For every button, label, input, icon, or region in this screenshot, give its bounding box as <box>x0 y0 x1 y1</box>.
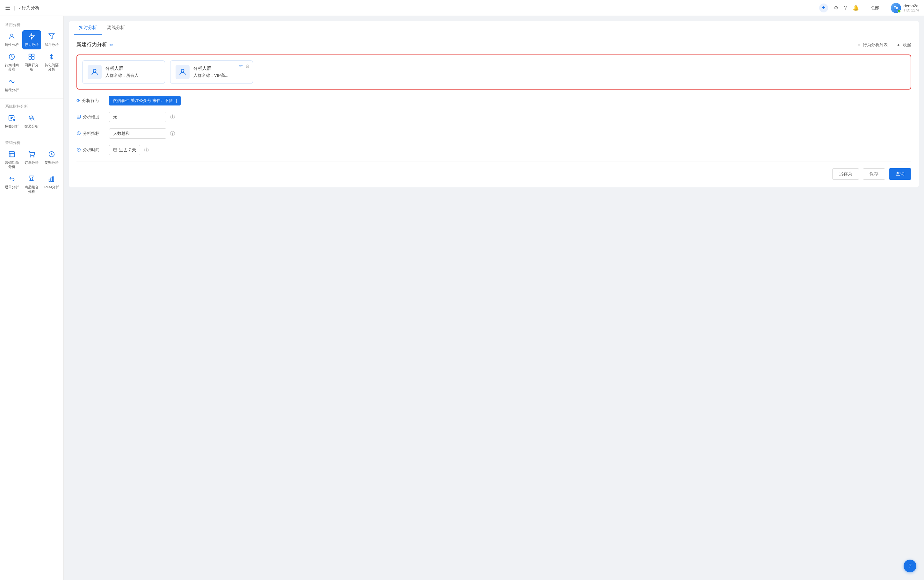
sidebar-grid-system: 标签分析 交叉分析 <box>0 110 63 132</box>
time-behavior-icon <box>8 53 15 62</box>
metric-row: 分析指标 人数总和 ⓘ <box>76 129 911 138</box>
sidebar-item-cross[interactable]: 交叉分析 <box>22 112 41 131</box>
svg-rect-6 <box>32 57 34 59</box>
header: ☰ | ‹ 行为分析 + ⚙ ? 🔔 总部 Ea demo2a TID: 117… <box>0 0 924 16</box>
tab-realtime[interactable]: 实时分析 <box>74 21 102 35</box>
svg-point-19 <box>181 69 184 72</box>
svg-point-12 <box>31 157 31 157</box>
dimension-input[interactable]: 无 <box>109 112 166 122</box>
time-behavior-label: 行为时间分布 <box>4 63 20 71</box>
sidebar-divider-2 <box>0 135 63 135</box>
people-group-name-2: 人群名称：VIP高... <box>193 72 229 78</box>
main-layout: 常用分析 属性分析 行为分析 漏斗分析 <box>0 16 924 580</box>
back-button[interactable]: ‹ 行为分析 <box>19 5 40 11</box>
delete-group-icon[interactable]: ⊖ <box>245 63 250 69</box>
tag-icon <box>8 114 15 123</box>
settings-icon[interactable]: ⚙ <box>834 5 838 11</box>
svg-rect-16 <box>51 178 52 182</box>
people-group-title-1: 分析人群 <box>105 66 139 71</box>
edit-group-icon[interactable]: ✏ <box>239 63 243 69</box>
dimension-hint-icon[interactable]: ⓘ <box>170 114 175 120</box>
collapse-label[interactable]: 收起 <box>903 42 911 48</box>
time-hint-icon[interactable]: ⓘ <box>144 147 149 153</box>
order-icon <box>28 151 35 159</box>
user-button[interactable]: Ea demo2a TID: 1174 <box>891 3 919 13</box>
tab-offline[interactable]: 离线分析 <box>102 21 130 35</box>
property-icon <box>8 33 15 41</box>
metric-label: 分析指标 <box>76 131 105 137</box>
user-name: demo2a <box>904 3 919 8</box>
people-card-info-2: 分析人群 人群名称：VIP高... <box>193 66 229 78</box>
bell-icon[interactable]: 🔔 <box>853 5 859 11</box>
people-card-1[interactable]: 分析人群 人群名称：所有人 <box>82 60 165 84</box>
marketing-icon <box>8 151 15 159</box>
time-input[interactable]: 过去 7 天 <box>109 145 140 155</box>
edit-title-icon[interactable]: ✏ <box>110 42 113 48</box>
form-footer: 另存为 保存 查询 <box>76 161 911 180</box>
conversion-icon <box>48 53 55 62</box>
sidebar-item-rfm[interactable]: RFM分析 <box>43 173 61 196</box>
metric-hint-icon[interactable]: ⓘ <box>170 131 175 137</box>
svg-rect-4 <box>32 54 34 56</box>
user-info: demo2a TID: 1174 <box>904 3 919 12</box>
sidebar-item-tag[interactable]: 标签分析 <box>3 112 21 131</box>
sidebar-grid-marketing: 营销活动分析 订单分析 复购分析 退单分析 <box>0 147 63 198</box>
cross-label: 交叉分析 <box>25 124 39 129</box>
sidebar-item-property[interactable]: 属性分析 <box>3 30 21 49</box>
tab-bar: 实时分析 离线分析 <box>69 21 919 35</box>
svg-rect-11 <box>9 152 15 157</box>
tag-label: 标签分析 <box>5 124 19 129</box>
sidebar: 常用分析 属性分析 行为分析 漏斗分析 <box>0 16 64 580</box>
add-icon[interactable]: + <box>819 3 828 12</box>
people-group-name-1: 人群名称：所有人 <box>105 72 139 78</box>
avatar: Ea <box>891 3 901 13</box>
list-label[interactable]: 行为分析列表 <box>863 42 888 48</box>
menu-icon[interactable]: ☰ <box>5 5 10 12</box>
calendar-icon <box>113 148 117 153</box>
save-as-button[interactable]: 另存为 <box>832 168 859 180</box>
repurchase-icon <box>48 151 55 159</box>
help-icon[interactable]: ? <box>844 5 847 11</box>
sidebar-item-order[interactable]: 订单分析 <box>22 148 41 171</box>
rfm-icon <box>48 175 55 184</box>
behavior-input[interactable]: 微信事件-关注公众号[来自:--不限--] <box>109 96 181 105</box>
cross-icon <box>28 114 35 123</box>
save-button[interactable]: 保存 <box>863 168 885 180</box>
people-avatar-2 <box>176 65 189 79</box>
sidebar-item-product-combo[interactable]: 商品组合分析 <box>22 173 41 196</box>
sidebar-item-conversion[interactable]: 转化间隔分析 <box>43 51 61 74</box>
card-actions: ≡ 行为分析列表 | ▲ 收起 <box>858 42 911 48</box>
svg-point-0 <box>10 34 13 36</box>
header-divider-2 <box>885 5 885 11</box>
sidebar-item-cohort[interactable]: 同期群分析 <box>22 51 41 74</box>
page-title: 行为分析 <box>22 5 39 11</box>
section-title-common: 常用分析 <box>0 20 63 29</box>
content-area: 实时分析 离线分析 新建行为分析 ✏ ≡ 行为分析列表 | ▲ 收起 <box>64 16 924 580</box>
people-avatar-1 <box>88 65 102 79</box>
dimension-row: 分析维度 无 ⓘ <box>76 112 911 122</box>
svg-line-10 <box>13 119 15 120</box>
path-icon <box>8 78 15 87</box>
sidebar-item-time-behavior[interactable]: 行为时间分布 <box>3 51 21 74</box>
funnel-label: 漏斗分析 <box>44 43 59 47</box>
sidebar-item-path[interactable]: 路径分析 <box>3 76 21 95</box>
time-label: 分析时间 <box>76 147 105 153</box>
sidebar-item-return[interactable]: 退单分析 <box>3 173 21 196</box>
funnel-icon <box>48 33 55 41</box>
people-group-section: 分析人群 人群名称：所有人 分析人群 人群名称：VIP高... ✏ <box>76 54 911 89</box>
help-float-button[interactable]: ? <box>904 560 916 572</box>
svg-point-13 <box>34 157 35 157</box>
people-card-2[interactable]: 分析人群 人群名称：VIP高... ✏ ⊖ <box>170 60 253 84</box>
card-header: 新建行为分析 ✏ ≡ 行为分析列表 | ▲ 收起 <box>76 41 911 48</box>
dimension-label: 分析维度 <box>76 114 105 120</box>
metric-input[interactable]: 人数总和 <box>109 129 166 138</box>
sidebar-item-repurchase[interactable]: 复购分析 <box>43 148 61 171</box>
sidebar-item-funnel[interactable]: 漏斗分析 <box>43 30 61 49</box>
svg-rect-26 <box>114 148 117 152</box>
sidebar-grid-common: 属性分析 行为分析 漏斗分析 行为时间分布 <box>0 29 63 96</box>
sidebar-item-marketing-activity[interactable]: 营销活动分析 <box>3 148 21 171</box>
sidebar-item-behavior[interactable]: 行为分析 <box>22 30 41 49</box>
query-button[interactable]: 查询 <box>889 168 911 180</box>
people-card-info-1: 分析人群 人群名称：所有人 <box>105 66 139 78</box>
people-card-actions-2: ✏ ⊖ <box>239 63 250 69</box>
